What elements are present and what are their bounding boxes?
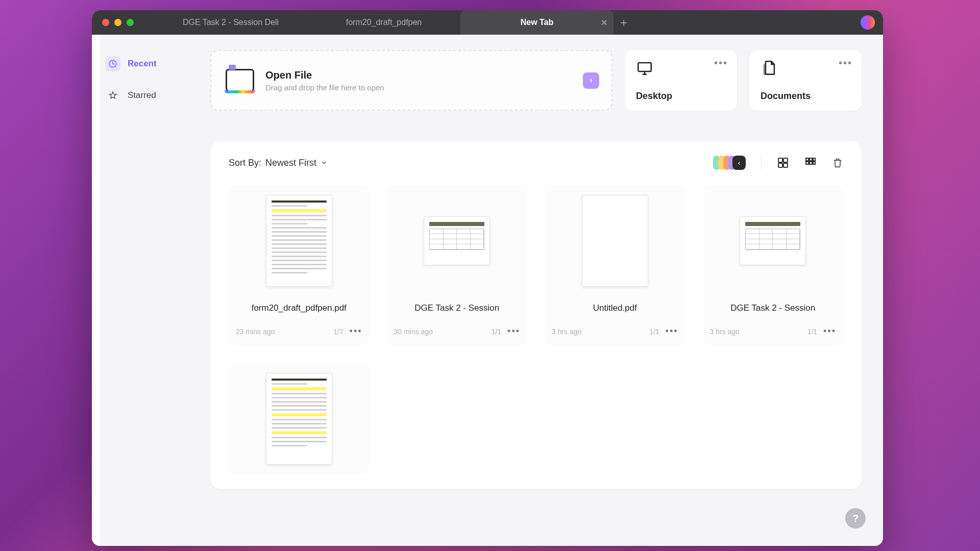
open-file-browse-button[interactable] bbox=[583, 72, 599, 89]
desktop-icon bbox=[636, 59, 653, 77]
svg-rect-2 bbox=[778, 158, 782, 162]
file-card[interactable]: DGE Task 2 - Session 30 mins ago 1/1 ••• bbox=[387, 185, 528, 346]
file-more-button[interactable]: ••• bbox=[507, 326, 520, 337]
more-icon[interactable]: ••• bbox=[714, 57, 728, 69]
sort-value: Newest First bbox=[265, 158, 316, 168]
open-file-dropzone[interactable]: Open File Drag and drop the file here to… bbox=[210, 50, 612, 111]
file-thumbnail bbox=[710, 192, 837, 289]
file-grid: form20_draft_pdfpen.pdf 23 mins ago 1/7 … bbox=[229, 185, 843, 474]
file-time: 3 hrs ago bbox=[710, 328, 740, 336]
sidebar-item-starred[interactable]: Starred bbox=[99, 82, 181, 109]
minimize-window-button[interactable] bbox=[114, 19, 121, 26]
main-content: Open File Drag and drop the file here to… bbox=[189, 35, 883, 546]
file-card[interactable]: DGE Task 2 - Session 3 hrs ago 1/1 ••• bbox=[703, 185, 844, 346]
file-thumbnail bbox=[236, 370, 362, 467]
file-name: Untitled.pdf bbox=[552, 296, 678, 320]
file-card[interactable]: form20_draft_pdfpen.pdf 23 mins ago 1/7 … bbox=[229, 185, 370, 346]
file-more-button[interactable]: ••• bbox=[666, 326, 678, 337]
svg-rect-5 bbox=[783, 163, 788, 167]
close-window-button[interactable] bbox=[102, 19, 109, 26]
file-name: DGE Task 2 - Session bbox=[394, 296, 521, 320]
tab-new-tab[interactable]: New Tab ✕ bbox=[460, 10, 614, 35]
open-file-subtitle: Drag and drop the file here to open bbox=[265, 83, 384, 92]
svg-rect-8 bbox=[813, 158, 815, 161]
titlebar: DGE Task 2 - Session Deli form20_draft_p… bbox=[92, 10, 883, 35]
star-icon bbox=[105, 88, 120, 103]
maximize-window-button[interactable] bbox=[127, 19, 134, 26]
account-avatar[interactable] bbox=[861, 15, 875, 30]
tab-form20[interactable]: form20_draft_pdfpen bbox=[307, 10, 460, 35]
view-large-grid-button[interactable] bbox=[777, 157, 789, 169]
recent-files-panel: Sort By: Newest First ‹ bbox=[210, 141, 862, 489]
svg-rect-1 bbox=[638, 63, 651, 71]
tab-label: form20_draft_pdfpen bbox=[346, 18, 422, 27]
file-name: form20_draft_pdfpen.pdf bbox=[236, 296, 362, 320]
view-small-grid-button[interactable] bbox=[804, 157, 817, 169]
svg-rect-4 bbox=[778, 163, 782, 167]
file-page-count: 1/1 bbox=[492, 328, 501, 336]
open-file-title: Open File bbox=[265, 69, 384, 81]
window-controls bbox=[92, 19, 134, 26]
quick-label: Documents bbox=[761, 91, 850, 102]
sidebar-item-recent[interactable]: Recent bbox=[99, 50, 181, 78]
svg-rect-10 bbox=[810, 162, 812, 164]
file-page-count: 1/7 bbox=[333, 328, 343, 336]
open-file-text: Open File Drag and drop the file here to… bbox=[265, 69, 384, 92]
folder-icon bbox=[226, 69, 254, 92]
tab-dge-task-2[interactable]: DGE Task 2 - Session Deli bbox=[154, 10, 307, 35]
svg-rect-7 bbox=[810, 158, 812, 161]
sort-dropdown[interactable]: Sort By: Newest First bbox=[229, 158, 328, 168]
file-time: 3 hrs ago bbox=[552, 328, 581, 336]
file-thumbnail bbox=[552, 192, 678, 289]
file-page-count: 1/1 bbox=[807, 328, 817, 336]
body-area: Recent Starred Open File Drag and drop t… bbox=[92, 35, 883, 546]
help-label: ? bbox=[852, 513, 859, 524]
file-more-button[interactable]: ••• bbox=[823, 326, 836, 337]
quick-label: Desktop bbox=[636, 91, 726, 102]
chevron-down-icon bbox=[321, 159, 328, 166]
sidebar-item-label: Starred bbox=[128, 90, 156, 101]
file-more-button[interactable]: ••• bbox=[350, 326, 362, 337]
quick-access-row: Open File Drag and drop the file here to… bbox=[210, 50, 862, 111]
chevron-left-icon: ‹ bbox=[732, 156, 746, 170]
file-time: 30 mins ago bbox=[394, 328, 433, 336]
file-page-count: 1/1 bbox=[649, 328, 659, 336]
color-filter[interactable]: ‹ bbox=[713, 156, 746, 170]
svg-rect-11 bbox=[813, 162, 815, 164]
app-window: DGE Task 2 - Session Deli form20_draft_p… bbox=[92, 10, 883, 546]
toolbar: Sort By: Newest First ‹ bbox=[229, 156, 843, 170]
tab-bar: DGE Task 2 - Session Deli form20_draft_p… bbox=[154, 10, 634, 35]
documents-icon bbox=[761, 59, 778, 77]
clock-icon bbox=[105, 56, 120, 71]
divider bbox=[761, 156, 762, 170]
file-thumbnail bbox=[236, 192, 362, 289]
file-thumbnail bbox=[394, 192, 521, 289]
file-card[interactable] bbox=[229, 363, 370, 474]
tab-label: New Tab bbox=[521, 18, 554, 27]
new-tab-button[interactable]: ＋ bbox=[614, 10, 634, 35]
close-tab-icon[interactable]: ✕ bbox=[601, 18, 607, 28]
svg-rect-6 bbox=[806, 158, 808, 161]
file-name: DGE Task 2 - Session bbox=[710, 296, 837, 320]
quick-location-desktop[interactable]: ••• Desktop bbox=[625, 50, 737, 111]
quick-location-documents[interactable]: ••• Documents bbox=[749, 50, 862, 111]
sort-prefix: Sort By: bbox=[229, 158, 261, 168]
file-card[interactable]: Untitled.pdf 3 hrs ago 1/1 ••• bbox=[545, 185, 685, 346]
help-button[interactable]: ? bbox=[845, 508, 866, 529]
more-icon[interactable]: ••• bbox=[839, 57, 852, 69]
trash-button[interactable] bbox=[832, 157, 843, 168]
svg-rect-3 bbox=[783, 158, 788, 162]
sidebar-item-label: Recent bbox=[128, 59, 157, 69]
file-time: 23 mins ago bbox=[236, 328, 275, 336]
svg-rect-9 bbox=[806, 162, 808, 164]
tab-label: DGE Task 2 - Session Deli bbox=[183, 18, 279, 27]
sidebar: Recent Starred bbox=[92, 35, 189, 546]
